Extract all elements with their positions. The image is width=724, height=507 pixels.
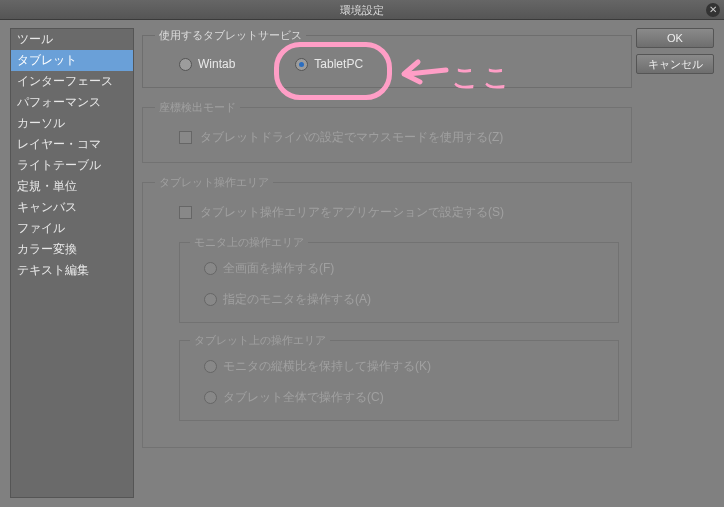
monitor-area-legend: モニタ上の操作エリア: [190, 235, 308, 250]
sidebar: ツールタブレットインターフェースパフォーマンスカーソルレイヤー・コマライトテーブ…: [10, 28, 134, 498]
main-panel: 使用するタブレットサービス Wintab TabletPC 座標検出モード タブ…: [142, 28, 632, 499]
tablet-area-group: タブレット操作エリア タブレット操作エリアをアプリケーションで設定する(S) モ…: [142, 175, 632, 448]
radio-tabletpc-label: TabletPC: [314, 57, 363, 71]
radio-tablet-aspect-label: モニタの縦横比を保持して操作する(K): [223, 358, 431, 375]
radio-wintab[interactable]: Wintab: [179, 57, 235, 71]
radio-monitor-full-label: 全画面を操作する(F): [223, 260, 334, 277]
radio-dot-icon: [204, 262, 217, 275]
sidebar-item-10[interactable]: カラー変換: [11, 239, 133, 260]
tablet-sub-area-group: タブレット上の操作エリア モニタの縦横比を保持して操作する(K) タブレット全体…: [179, 333, 619, 421]
coord-mode-legend: 座標検出モード: [155, 100, 240, 115]
tablet-service-legend: 使用するタブレットサービス: [155, 28, 306, 43]
sidebar-item-6[interactable]: ライトテーブル: [11, 155, 133, 176]
cancel-button[interactable]: キャンセル: [636, 54, 714, 74]
radio-tablet-whole-label: タブレット全体で操作する(C): [223, 389, 384, 406]
radio-dot-icon: [204, 293, 217, 306]
radio-dot-icon: [204, 391, 217, 404]
ok-button[interactable]: OK: [636, 28, 714, 48]
radio-dot-icon: [204, 360, 217, 373]
radio-dot-icon: [295, 58, 308, 71]
sidebar-item-2[interactable]: インターフェース: [11, 71, 133, 92]
sidebar-item-9[interactable]: ファイル: [11, 218, 133, 239]
sidebar-item-4[interactable]: カーソル: [11, 113, 133, 134]
tablet-sub-area-legend: タブレット上の操作エリア: [190, 333, 330, 348]
radio-monitor-specific-label: 指定のモニタを操作する(A): [223, 291, 371, 308]
radio-monitor-specific: 指定のモニタを操作する(A): [204, 291, 608, 308]
sidebar-item-3[interactable]: パフォーマンス: [11, 92, 133, 113]
radio-tabletpc[interactable]: TabletPC: [295, 57, 363, 71]
checkbox-icon: [179, 131, 192, 144]
close-icon[interactable]: ✕: [706, 3, 720, 17]
button-column: OK キャンセル: [636, 28, 716, 80]
radio-wintab-label: Wintab: [198, 57, 235, 71]
coord-mode-group: 座標検出モード タブレットドライバの設定でマウスモードを使用する(Z): [142, 100, 632, 163]
sidebar-item-8[interactable]: キャンバス: [11, 197, 133, 218]
sidebar-item-1[interactable]: タブレット: [11, 50, 133, 71]
checkbox-icon: [179, 206, 192, 219]
tablet-service-group: 使用するタブレットサービス Wintab TabletPC: [142, 28, 632, 88]
titlebar: 環境設定 ✕: [0, 0, 724, 20]
radio-tablet-aspect: モニタの縦横比を保持して操作する(K): [204, 358, 608, 375]
radio-monitor-full: 全画面を操作する(F): [204, 260, 608, 277]
sidebar-item-7[interactable]: 定規・単位: [11, 176, 133, 197]
radio-tablet-whole: タブレット全体で操作する(C): [204, 389, 608, 406]
sidebar-item-5[interactable]: レイヤー・コマ: [11, 134, 133, 155]
tablet-area-legend: タブレット操作エリア: [155, 175, 273, 190]
coord-mode-checkbox-label: タブレットドライバの設定でマウスモードを使用する(Z): [200, 129, 503, 146]
window-title: 環境設定: [340, 4, 384, 16]
tablet-area-checkbox-label: タブレット操作エリアをアプリケーションで設定する(S): [200, 204, 504, 221]
sidebar-item-0[interactable]: ツール: [11, 29, 133, 50]
sidebar-item-11[interactable]: テキスト編集: [11, 260, 133, 281]
monitor-area-group: モニタ上の操作エリア 全画面を操作する(F) 指定のモニタを操作する(A): [179, 235, 619, 323]
radio-dot-icon: [179, 58, 192, 71]
